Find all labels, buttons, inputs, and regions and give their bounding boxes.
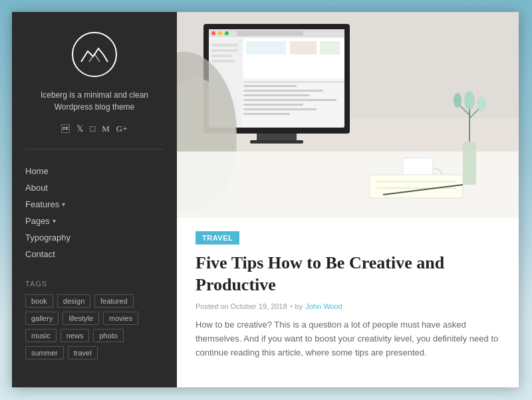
svg-rect-36 [463,142,476,185]
svg-rect-23 [243,104,303,106]
tag-summer[interactable]: summer [25,346,64,359]
tags-label: TAGS [25,280,164,288]
nav-item-home[interactable]: Home [25,163,164,179]
article-posted-date: Posted on October 19, 2018 [196,302,287,310]
svg-rect-12 [211,54,231,57]
svg-rect-18 [243,81,344,83]
features-arrow: ▾ [62,201,65,208]
social-icons:  𝕏 □ M G+ [61,124,127,134]
nav-item-contact[interactable]: Contact [25,246,164,262]
tags-grid: book design featured gallery lifestyle m… [25,294,164,359]
nav-menu: Home About Features ▾ Pages ▾ [25,163,164,262]
facebook-icon[interactable]:  [61,124,70,134]
category-badge[interactable]: TRAVEL [196,231,239,245]
sidebar-tagline: Iceberg is a minimal and clean Wordpress… [25,89,164,113]
sidebar: Iceberg is a minimal and clean Wordpress… [12,12,177,387]
nav-link-typography[interactable]: Typography [25,233,164,243]
meta-separator [290,305,293,308]
logo-icon [80,45,109,64]
svg-rect-7 [225,31,229,35]
tag-music[interactable]: music [25,329,57,342]
nav-link-contact[interactable]: Contact [25,249,164,259]
hero-background [177,12,519,218]
svg-rect-22 [243,99,336,101]
article-title: Five Tips How to Be Creative and Product… [196,252,500,296]
nav-link-pages[interactable]: Pages ▾ [25,216,164,226]
nav-link-home[interactable]: Home [25,166,164,176]
svg-rect-15 [246,41,286,54]
tag-design[interactable]: design [57,294,90,308]
tag-movies[interactable]: movies [103,312,138,325]
article-by: by [295,302,303,310]
hero-illustration [177,12,519,218]
tags-section: TAGS book design featured gallery lifest… [25,280,164,359]
svg-rect-8 [237,31,303,36]
svg-point-40 [464,91,475,110]
content-area: TRAVEL Five Tips How to Be Creative and … [177,12,519,387]
article-meta: Posted on October 19, 2018 by John Wood [196,302,500,310]
tag-photo[interactable]: photo [93,329,124,342]
article-body: How to be creative? This is a question a… [196,318,500,359]
article-section: TRAVEL Five Tips How to Be Creative and … [177,218,519,387]
pages-arrow: ▾ [53,217,56,225]
svg-point-42 [454,93,462,108]
medium-icon[interactable]: M [102,124,110,134]
googleplus-icon[interactable]: G+ [116,124,128,134]
svg-rect-25 [243,113,290,115]
twitter-icon[interactable]: 𝕏 [76,124,83,134]
main-container: Iceberg is a minimal and clean Wordpress… [12,12,519,387]
svg-rect-20 [243,90,323,92]
nav-item-about[interactable]: About [25,179,164,196]
svg-rect-21 [243,94,310,96]
instagram-icon[interactable]: □ [90,124,95,134]
svg-rect-16 [290,41,317,54]
svg-rect-11 [211,49,238,52]
hero-image [177,12,519,218]
svg-rect-6 [218,31,222,35]
tag-book[interactable]: book [25,294,53,308]
logo[interactable] [72,32,117,77]
tag-news[interactable]: news [61,329,90,342]
tag-gallery[interactable]: gallery [25,312,59,325]
svg-rect-24 [243,108,317,110]
sidebar-divider [25,149,164,150]
svg-rect-19 [243,85,297,87]
nav-item-typography[interactable]: Typography [25,229,164,246]
svg-rect-13 [211,60,235,62]
nav-link-about[interactable]: About [25,183,164,193]
nav-link-features[interactable]: Features ▾ [25,199,164,209]
tag-featured[interactable]: featured [94,294,133,308]
article-author[interactable]: John Wood [305,302,342,310]
svg-rect-27 [250,140,303,144]
svg-rect-17 [320,41,340,54]
tag-travel[interactable]: travel [68,346,98,359]
svg-point-41 [477,96,485,111]
nav-item-pages[interactable]: Pages ▾ [25,213,164,229]
svg-rect-5 [211,31,215,35]
nav-item-features[interactable]: Features ▾ [25,196,164,213]
tag-lifestyle[interactable]: lifestyle [63,312,99,325]
svg-rect-10 [211,44,238,47]
